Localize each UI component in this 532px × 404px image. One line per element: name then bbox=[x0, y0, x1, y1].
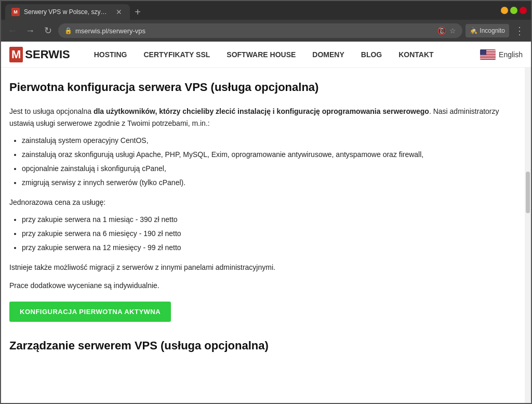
star-icon[interactable]: ☆ bbox=[449, 27, 456, 35]
incognito-icon: 🕵 bbox=[470, 27, 477, 34]
scrollbar-thumb[interactable] bbox=[526, 172, 530, 213]
forward-button[interactable]: → bbox=[23, 23, 37, 38]
new-tab-button[interactable]: + bbox=[130, 4, 145, 20]
title-bar: M Serwery VPS w Polsce, szybkie i s ✕ + … bbox=[1, 1, 531, 20]
tab-bar: M Serwery VPS w Polsce, szybkie i s ✕ + bbox=[5, 1, 501, 20]
incognito-indicator: 🕵 Incognito bbox=[466, 24, 509, 37]
extra-work-text: Prace dodatkowe wyceniane są indywidualn… bbox=[9, 280, 523, 291]
svg-rect-9 bbox=[480, 56, 496, 57]
list-item: opcjonalnie zainstalują i skonfigurują c… bbox=[22, 163, 523, 174]
url-text: mserwis.pl/serwery-vps bbox=[75, 27, 145, 35]
price-label: Jednorazowa cena za usługę: bbox=[9, 197, 523, 208]
address-bar-row: ← → ↻ 🔒 mserwis.pl/serwery-vps 📵 ☆ 🕵 Inc… bbox=[1, 20, 531, 42]
intro-paragraph: Jest to usługa opcjonalna dla użytkownik… bbox=[9, 106, 523, 129]
intro-bold: dla użytkowników, którzy chcieliby zleci… bbox=[94, 107, 429, 115]
maximize-button[interactable]: □ bbox=[510, 7, 517, 14]
page-content: Pierwotna konfiguracja serwera VPS (usłu… bbox=[1, 68, 531, 403]
page-area: M SERWIS HOSTING CERTYFIKATY SSL SOFTWAR… bbox=[1, 42, 531, 403]
incognito-label: Incognito bbox=[480, 27, 505, 34]
tab-close-button[interactable]: ✕ bbox=[114, 7, 124, 17]
language-selector[interactable]: English bbox=[480, 49, 523, 60]
site-navigation: M SERWIS HOSTING CERTYFIKATY SSL SOFTWAR… bbox=[1, 42, 531, 68]
logo-serwis: SERWIS bbox=[25, 48, 70, 61]
svg-rect-12 bbox=[480, 59, 496, 60]
intro-part1: Jest to usługa opcjonalna bbox=[9, 107, 94, 115]
camera-off-icon: 📵 bbox=[437, 27, 446, 35]
browser-window: M Serwery VPS w Polsce, szybkie i s ✕ + … bbox=[0, 0, 532, 404]
scrollbar[interactable] bbox=[525, 68, 531, 403]
migration-text: Istnieje także możliwość migracji z serw… bbox=[9, 262, 523, 273]
nav-blog[interactable]: BLOG bbox=[353, 42, 390, 68]
list-item: zmigrują serwisy z innych serwerów (tylk… bbox=[22, 177, 523, 188]
lock-icon: 🔒 bbox=[64, 27, 72, 34]
language-label: English bbox=[499, 50, 523, 59]
logo-m: M bbox=[9, 47, 23, 62]
list-item: przy zakupie serwera na 12 miesięcy - 99… bbox=[22, 242, 523, 253]
close-button[interactable]: ✕ bbox=[520, 7, 527, 14]
section2-title: Zarządzanie serwerem VPS (usługa opcjona… bbox=[9, 336, 523, 355]
list-item: przy zakupie serwera na 6 miesięcy - 190… bbox=[22, 228, 523, 239]
pricing-list: przy zakupie serwera na 1 miesiąc - 390 … bbox=[22, 214, 523, 253]
minimize-button[interactable]: − bbox=[501, 7, 508, 14]
list-item: przy zakupie serwera na 1 miesiąc - 390 … bbox=[22, 214, 523, 225]
main-nav: HOSTING CERTYFIKATY SSL SOFTWARE HOUSE D… bbox=[86, 42, 480, 68]
nav-software[interactable]: SOFTWARE HOUSE bbox=[218, 42, 304, 68]
reload-button[interactable]: ↻ bbox=[41, 23, 55, 38]
address-bar-icons: 📵 ☆ bbox=[437, 27, 456, 35]
list-item: zainstalują oraz skonfigurują usługi Apa… bbox=[22, 149, 523, 160]
svg-rect-13 bbox=[480, 49, 486, 55]
nav-hosting[interactable]: HOSTING bbox=[86, 42, 136, 68]
cta-button[interactable]: KONFIGURACJA PIERWOTNA AKTYWNA bbox=[9, 302, 171, 322]
svg-rect-8 bbox=[480, 56, 496, 57]
window-controls: − □ ✕ bbox=[501, 7, 527, 14]
flag-icon bbox=[480, 49, 496, 60]
tab-favicon: M bbox=[11, 8, 20, 16]
svg-rect-10 bbox=[480, 57, 496, 58]
address-bar[interactable]: 🔒 mserwis.pl/serwery-vps 📵 ☆ bbox=[58, 23, 462, 38]
nav-domeny[interactable]: DOMENY bbox=[304, 42, 352, 68]
nav-ssl[interactable]: CERTYFIKATY SSL bbox=[136, 42, 219, 68]
site-logo[interactable]: M SERWIS bbox=[9, 47, 70, 62]
nav-kontakt[interactable]: KONTAKT bbox=[390, 42, 442, 68]
svg-rect-11 bbox=[480, 58, 496, 59]
active-tab[interactable]: M Serwery VPS w Polsce, szybkie i s ✕ bbox=[5, 4, 130, 20]
tab-title: Serwery VPS w Polsce, szybkie i s bbox=[24, 8, 110, 16]
list-item: zainstalują system operacyjny CentOS, bbox=[22, 135, 523, 146]
svg-rect-7 bbox=[480, 55, 496, 56]
section1-title: Pierwotna konfiguracja serwera VPS (usłu… bbox=[9, 78, 523, 96]
features-list: zainstalują system operacyjny CentOS, za… bbox=[22, 135, 523, 188]
browser-menu-button[interactable]: ⋮ bbox=[512, 23, 527, 38]
back-button[interactable]: ← bbox=[5, 23, 20, 38]
